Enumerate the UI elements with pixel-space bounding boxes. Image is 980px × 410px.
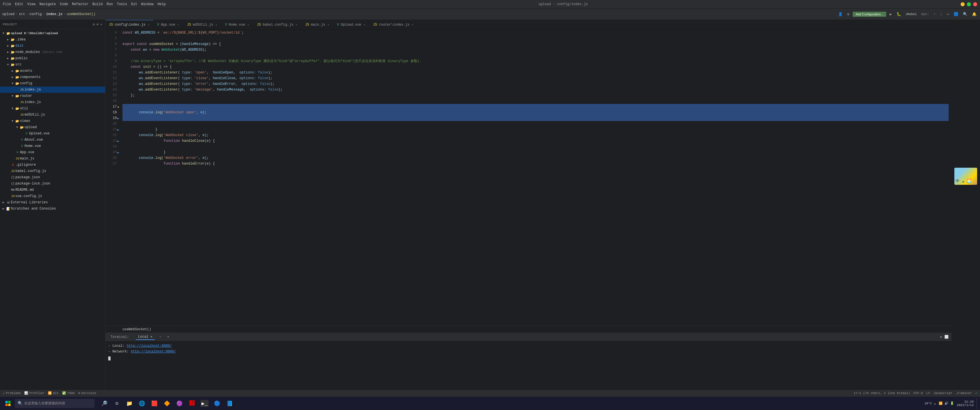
notification-icon[interactable]: 🔔 [971,11,978,17]
sidebar-item-dist[interactable]: ▶ 📂 dist [0,43,105,49]
menu-code[interactable]: Code [60,2,68,6]
status-git[interactable]: 🔀 Git [48,391,59,395]
tab-home-vue[interactable]: V Home.vue ✕ [222,20,253,29]
menu-edit[interactable]: Edit [15,2,23,6]
code-content[interactable]: const WS_ADDRESS = `ws://${BASE_URL}:${W… [120,30,951,326]
add-configuration-button[interactable]: Add Configuration... [853,12,886,17]
tab-close-router[interactable]: ✕ [411,23,414,27]
sidebar-item-util[interactable]: ▼ 📂 util [0,105,105,111]
tab-upload-vue[interactable]: V Upload.vue ✕ [334,20,369,29]
sidebar-item-main-js[interactable]: JS main.js [0,156,105,162]
terminal-tab-local[interactable]: Local ✕ [136,334,155,340]
menu-git[interactable]: Git [131,2,137,6]
menu-navigate[interactable]: Navigate [39,2,56,6]
tab-md5util[interactable]: JS md5Util.js ✕ [183,20,221,29]
settings-icon[interactable]: ⚙ [846,11,851,17]
close-button[interactable] [973,2,977,6]
menu-bar[interactable]: File Edit View Navigate Code Refactor Bu… [3,2,166,6]
menu-window[interactable]: Window [141,2,154,6]
git-push-icon[interactable]: ↑ [932,11,937,17]
taskbar-explorer[interactable]: 📁 [124,398,135,409]
taskbar-chrome[interactable]: 🔵 [212,398,223,409]
status-filetype[interactable]: JavaScript [934,391,952,395]
sidebar-item-router-index[interactable]: JS index.js [0,99,105,105]
menu-refactor[interactable]: Refactor [72,2,89,6]
restore-button[interactable] [967,2,971,6]
terminal-network-link[interactable]: http://localhost:8080/ [131,350,176,354]
sidebar-item-about-vue[interactable]: V About.vue [0,137,105,143]
sidebar-item-config-index[interactable]: JS index.js [0,87,105,93]
tab-close-app[interactable]: ✕ [177,23,180,27]
tray-battery-icon[interactable]: 🔋 [950,402,954,405]
sidebar-item-home-vue[interactable]: V Home.vue [0,143,105,149]
tab-config-index[interactable]: JS config\index.js ✕ [105,20,154,29]
status-line-col[interactable]: 17:1 (76 chars, 2 line breaks) [854,391,910,395]
sidebar-item-idea[interactable]: ▶ 📂 .idea [0,37,105,43]
taskbar-clock[interactable]: 21:26 2022/1/12 [957,400,974,407]
sidebar-item-config[interactable]: ▼ 📂 config [0,80,105,87]
sidebar-item-upload-vue[interactable]: V Upload.vue [0,130,105,137]
taskbar-task-view[interactable]: ⊡ [111,398,123,409]
sidebar-item-readme[interactable]: MD README.md [0,187,105,193]
avatar-icon[interactable]: 🟦 [953,11,959,17]
sidebar-item-gitignore[interactable]: G .gitignore [0,162,105,168]
taskbar-search-box[interactable]: 🔍 在这里输入你要搜索的内容 [15,399,95,408]
taskbar-app-orange[interactable]: 🔶 [161,398,173,409]
status-profiler[interactable]: 📊 Profiler [24,391,45,395]
tab-babel-config[interactable]: JS babel.config.js ✕ [253,20,301,29]
menu-help[interactable]: Help [158,2,166,6]
tab-close-config[interactable]: ✕ [147,23,150,27]
tab-close-md5[interactable]: ✕ [215,23,218,27]
taskbar-edge[interactable]: 🌐 [136,398,148,409]
status-branch[interactable]: ⎇ master [956,391,972,395]
tab-close-main[interactable]: ✕ [327,23,330,27]
taskbar-terminal-app[interactable]: ▶_ [199,398,210,409]
taskbar-app-red[interactable]: 🟥 [149,398,160,409]
sidebar-item-src[interactable]: ▼ 📂 src [0,62,105,68]
terminal-content[interactable]: - Local: http://localhost:8080/ - Networ… [105,342,951,389]
status-services[interactable]: ⚙ Services [78,391,96,395]
user-icon[interactable]: 👤 [837,11,844,17]
breadcrumb-config[interactable]: config [29,12,41,16]
code-container[interactable]: 4 5 6 7 8 9 10 11 12 13 14 15 16 [105,30,951,326]
sidebar-item-router[interactable]: ▼ 📂 router [0,93,105,99]
sidebar-item-package-json[interactable]: {} package.json [0,174,105,181]
sidebar-item-app-vue[interactable]: V App.vue [0,149,105,156]
close-sidebar-icon[interactable]: ✕ [100,22,102,26]
taskbar-cortana[interactable]: 🔎 [99,398,110,409]
tab-router-index[interactable]: JS router\index.js ✕ [369,20,418,29]
tab-app-vue[interactable]: V App.vue ✕ [154,20,183,29]
search-icon[interactable]: 🔍 [962,11,969,17]
menu-build[interactable]: Build [92,2,103,6]
breadcrumb-file[interactable]: index.js [46,12,63,16]
status-lf[interactable]: LF [926,391,930,395]
taskbar-jetbrains[interactable]: 🅹 [186,398,198,409]
terminal-dropdown-button[interactable]: ▼ [166,335,170,340]
sidebar-item-views[interactable]: ▼ 📂 views [0,118,105,124]
menu-view[interactable]: View [27,2,36,6]
sidebar-item-package-lock[interactable]: {} package-lock.json [0,181,105,187]
show-desktop-button[interactable] [977,398,978,409]
git-pull-icon[interactable]: ↓ [939,11,943,17]
tab-close-babel[interactable]: ✕ [295,23,298,27]
sidebar-item-babel[interactable]: JS babel.config.js [0,168,105,174]
terminal-settings-icon[interactable]: ⚙ [940,335,942,339]
sidebar-item-md5util[interactable]: JS md5Util.js [0,111,105,118]
breadcrumb-src[interactable]: src [19,12,25,16]
terminal-local-link[interactable]: http://localhost:8080/ [127,344,172,348]
status-encoding[interactable]: UTF-8 [914,391,923,395]
tab-main-js[interactable]: JS main.js ✕ [302,20,334,29]
taskbar-app-purple[interactable]: 🟣 [174,398,185,409]
tray-wifi-icon[interactable]: 📶 [939,402,943,405]
status-problems[interactable]: ⚠ Problems [3,391,21,395]
start-button[interactable] [2,398,14,409]
tree-root[interactable]: ▼ 📁 upload D:\hbuilder\upload [0,30,105,37]
undo-icon[interactable]: ↩ [946,11,950,17]
menu-run[interactable]: Run [107,2,113,6]
minimize-button[interactable] [961,2,965,6]
collapse-all-icon[interactable]: ⊟ [93,22,95,26]
menu-file[interactable]: File [3,2,11,6]
debug-button[interactable]: 🐛 [896,11,902,17]
sidebar-item-upload-folder[interactable]: ▼ 📂 upload [0,124,105,130]
sidebar-item-vue-config[interactable]: JS vue.config.js [0,193,105,199]
